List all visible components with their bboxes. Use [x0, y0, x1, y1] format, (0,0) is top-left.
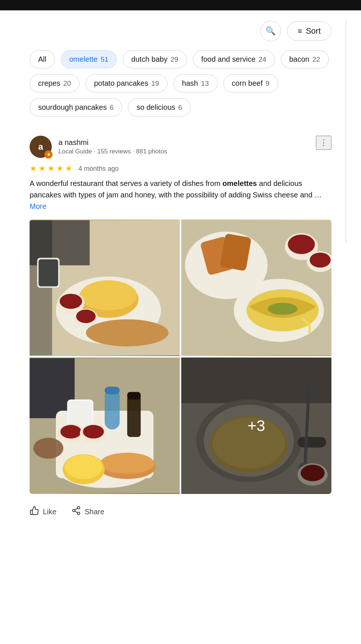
svg-rect-8 [38, 259, 58, 286]
star-1: ★ [30, 164, 37, 173]
chip-all[interactable]: All [30, 50, 55, 68]
svg-line-58 [75, 508, 77, 510]
toolbar: 🔍 ≡ Sort [30, 10, 331, 50]
chip-omelette-label: omelette [69, 55, 98, 64]
svg-point-19 [288, 234, 315, 254]
reviewer-meta: Local Guide · 155 reviews · 881 photos [58, 148, 167, 155]
photo-more-count: +3 [247, 417, 265, 435]
chip-dutch-baby-count: 29 [171, 55, 178, 64]
star-2: ★ [38, 164, 46, 173]
svg-line-57 [75, 511, 77, 513]
review-text: A wonderful restaurant that serves a var… [30, 178, 331, 212]
chip-potato-pancakes[interactable]: potato pancakes 19 [85, 74, 168, 92]
sort-icon: ≡ [298, 27, 302, 35]
review-photo-2[interactable] [181, 220, 331, 356]
svg-rect-31 [127, 396, 141, 437]
share-label: Share [85, 508, 104, 516]
chip-all-label: All [38, 55, 46, 64]
chip-bacon[interactable]: bacon 22 [281, 50, 329, 68]
chip-dutch-baby[interactable]: dutch baby 29 [123, 50, 187, 68]
read-more-link[interactable]: More [30, 202, 47, 210]
like-icon [30, 506, 39, 518]
avatar-initial: a [38, 142, 43, 152]
svg-point-6 [86, 319, 168, 346]
chip-sourdough-pancakes-label: sourdough pancakes [38, 103, 107, 112]
star-5: ★ [65, 164, 72, 173]
chip-potato-pancakes-count: 19 [151, 79, 159, 88]
chip-bacon-count: 22 [313, 55, 320, 64]
star-rating: ★ ★ ★ ★ ★ 4 months ago [30, 164, 331, 173]
review-photo-4[interactable]: +3 [181, 357, 331, 494]
svg-point-12 [76, 309, 96, 323]
review-text-before: A wonderful restaurant that serves a var… [30, 179, 222, 187]
chip-so-delicious-label: so delicious [136, 103, 175, 112]
review-text-bold: omelettes [222, 179, 257, 187]
chip-so-delicious-count: 6 [178, 104, 182, 112]
photos-grid[interactable]: +3 [30, 220, 331, 494]
star-4: ★ [56, 164, 64, 173]
svg-point-5 [80, 280, 137, 310]
reviewer-info: a ✦ a nashmi Local Guide · 155 reviews ·… [30, 136, 167, 158]
chips-container: All omelette 51 dutch baby 29 food and s… [30, 50, 331, 116]
reviewer-name: a nashmi [58, 138, 167, 147]
chip-omelette[interactable]: omelette 51 [61, 50, 117, 68]
actions-row: Like Share [30, 503, 331, 523]
review-header: a ✦ a nashmi Local Guide · 155 reviews ·… [30, 136, 331, 158]
chip-crepes-count: 20 [63, 79, 71, 88]
svg-point-41 [83, 425, 104, 439]
svg-point-23 [267, 303, 297, 315]
like-button[interactable]: Like [30, 506, 57, 518]
chip-hash-label: hash [182, 79, 198, 88]
chip-corn-beef-label: corn beef [232, 79, 263, 88]
divider [345, 21, 346, 243]
chip-corn-beef[interactable]: corn beef 9 [223, 74, 278, 92]
search-button[interactable]: 🔍 [260, 21, 281, 41]
reviewer-details: a nashmi Local Guide · 155 reviews · 881… [58, 138, 167, 155]
review-photo-1[interactable] [30, 220, 180, 356]
chip-dutch-baby-label: dutch baby [131, 55, 168, 64]
search-icon: 🔍 [266, 26, 276, 36]
status-bar [0, 0, 361, 10]
chip-food-and-service-count: 24 [259, 55, 266, 64]
chip-food-and-service-label: food and service [201, 55, 256, 64]
chip-sourdough-pancakes-count: 6 [110, 104, 114, 112]
review-card: a ✦ a nashmi Local Guide · 155 reviews ·… [30, 130, 331, 529]
like-label: Like [43, 508, 57, 516]
star-3: ★ [47, 164, 55, 173]
svg-point-39 [60, 425, 81, 439]
svg-point-21 [310, 252, 331, 268]
sort-label: Sort [306, 26, 321, 36]
chip-corn-beef-count: 9 [266, 79, 270, 88]
svg-rect-30 [105, 387, 120, 394]
chip-crepes-label: crepes [38, 79, 60, 88]
chip-food-and-service[interactable]: food and service 24 [193, 50, 275, 68]
chip-so-delicious[interactable]: so delicious 6 [128, 98, 190, 116]
chip-hash[interactable]: hash 13 [173, 74, 217, 92]
local-guide-badge: ✦ [44, 150, 53, 159]
chip-bacon-label: bacon [289, 55, 310, 64]
review-photo-3[interactable] [30, 357, 180, 494]
svg-rect-29 [105, 388, 120, 430]
share-icon [71, 506, 81, 518]
chip-omelette-count: 51 [101, 55, 108, 64]
svg-point-42 [33, 438, 63, 459]
avatar: a ✦ [30, 136, 52, 158]
share-button[interactable]: Share [71, 506, 104, 518]
chip-sourdough-pancakes[interactable]: sourdough pancakes 6 [30, 98, 122, 116]
review-date: 4 months ago [78, 165, 119, 173]
svg-point-35 [100, 453, 154, 474]
photo-more-overlay[interactable]: +3 [181, 357, 331, 494]
chip-potato-pancakes-label: potato pancakes [94, 79, 148, 88]
svg-point-10 [60, 294, 82, 309]
svg-rect-32 [127, 392, 141, 399]
sort-button[interactable]: ≡ Sort [287, 21, 331, 41]
chip-crepes[interactable]: crepes 20 [30, 74, 80, 92]
review-more-menu-button[interactable]: ⋮ [316, 136, 331, 150]
svg-point-37 [65, 455, 102, 479]
chip-hash-count: 13 [201, 79, 209, 88]
